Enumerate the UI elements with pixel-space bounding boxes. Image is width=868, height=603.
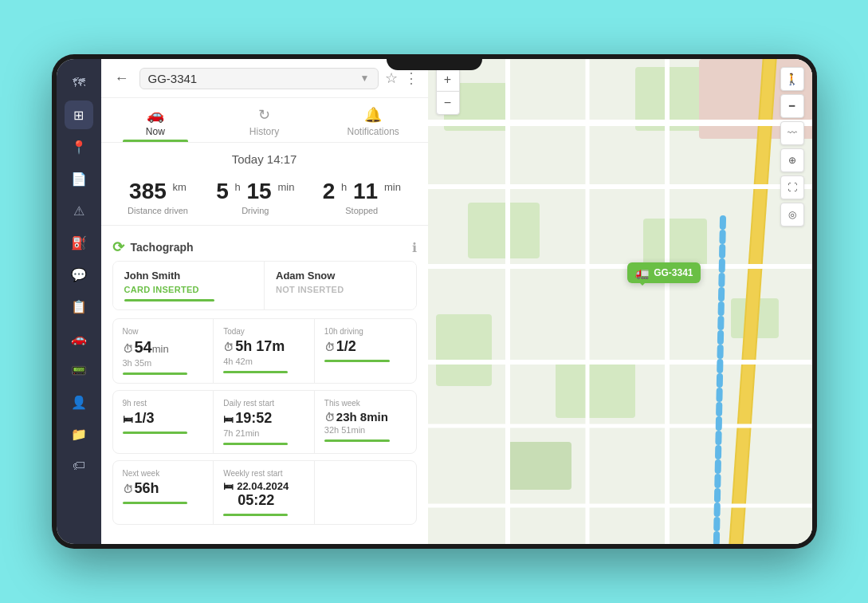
date-header: Today 14:17 — [101, 143, 428, 175]
weekly-rest-bed-icon: 🛏 — [223, 480, 234, 492]
week-sub: 32h 51min — [324, 425, 407, 435]
tacho-cell-this-week: This week ⏱ 23h 8min 32h 51min — [315, 391, 416, 453]
person-view-button[interactable]: 🚶 — [780, 67, 804, 91]
tacho-cell-today: Today ⏱ 5h 17m 4h 42m — [214, 319, 315, 383]
driver-1-status: CARD INSERTED — [124, 285, 253, 294]
vehicle-marker: 🚛 GG-3341 — [627, 262, 701, 283]
daily-rest-bed-icon: 🛏 — [223, 413, 234, 425]
device-notch — [387, 54, 482, 70]
now-icon: ⏱ — [123, 343, 133, 355]
zoom-out-button[interactable]: − — [436, 91, 460, 115]
vehicle-selector[interactable]: GG-3341 ▼ — [139, 68, 379, 89]
zoom-controls: + − — [436, 67, 460, 115]
fullscreen-button[interactable]: ⛶ — [780, 175, 804, 199]
tachograph-title: ⟳ Tachograph — [112, 238, 194, 256]
sidebar-item-devices[interactable]: 📟 — [65, 356, 93, 384]
tacho-cell-9h-rest: 9h rest 🛏 1/3 — [113, 391, 214, 453]
tab-now-label: Now — [146, 126, 165, 137]
bed-icon: 🛏 — [123, 413, 133, 425]
tachograph-header: ⟳ Tachograph ℹ — [112, 234, 417, 261]
sidebar-item-fuel[interactable]: ⛽ — [65, 228, 93, 257]
driver-2-status: Not inserted — [276, 285, 405, 294]
back-button[interactable]: ← — [111, 67, 133, 89]
sidebar-item-users[interactable]: 👤 — [65, 388, 93, 416]
tacho-cell-next-week: Next week ⏱ 56h — [113, 461, 214, 524]
panel-content: Today 14:17 385 km Distance driven 5 h 1… — [101, 143, 428, 544]
vehicle-marker-label: GG-3341 — [654, 267, 693, 278]
sidebar-item-map[interactable]: 🗺 — [65, 69, 93, 97]
next-week-bar — [123, 502, 187, 504]
route-button[interactable]: 〰 — [780, 121, 804, 145]
tacho-cell-daily-rest: Daily rest start 🛏 19:52 7h 21min — [214, 391, 315, 453]
tacho-data-grid-1: Now ⏱ 54min 3h 35m Today — [112, 318, 417, 384]
tab-notifications-label: Notifications — [347, 126, 399, 137]
sidebar: 🗺 ⊞ 📍 📄 ⚠ ⛽ 💬 📋 🚗 📟 👤 📁 🏷 — [57, 59, 101, 544]
info-icon[interactable]: ℹ — [412, 240, 417, 255]
daily-rest-bar — [223, 443, 288, 445]
sidebar-item-dashboard[interactable]: ⊞ — [65, 100, 93, 129]
now-sub: 3h 35m — [123, 358, 204, 368]
sidebar-item-vehicles[interactable]: 🚗 — [65, 324, 93, 353]
history-icon: ↻ — [258, 106, 270, 124]
sidebar-item-documents[interactable]: 📁 — [65, 420, 93, 448]
tacho-cell-now: Now ⏱ 54min 3h 35m — [113, 319, 214, 383]
tacho-data-grid-3: Next week ⏱ 56h Weekly rest start — [112, 460, 417, 525]
today-icon: ⏱ — [223, 341, 234, 353]
weekly-rest-time: 05:22 — [223, 492, 274, 509]
tacho-data-grid-2: 9h rest 🛏 1/3 Daily rest start 🛏 — [112, 390, 417, 454]
tab-now[interactable]: 🚗 Now — [101, 98, 210, 142]
today-bar — [223, 371, 288, 373]
tacho-cell-weekly-rest: Weekly rest start 🛏 22.04.2024 05:22 — [214, 461, 315, 524]
sidebar-item-tags[interactable]: 🏷 — [65, 451, 93, 480]
sidebar-item-alerts[interactable]: ⚠ — [65, 196, 93, 225]
map-controls: + − — [436, 67, 460, 115]
locate-button[interactable]: ◎ — [780, 203, 804, 227]
rest-bar — [123, 432, 187, 434]
device-screen: 🗺 ⊞ 📍 📄 ⚠ ⛽ 💬 📋 🚗 📟 👤 📁 🏷 ← GG-3341 ▼ — [57, 59, 812, 544]
stat-stopped-label: Stopped — [323, 206, 401, 215]
week-icon: ⏱ — [324, 412, 335, 424]
zoom-in-button[interactable]: + — [436, 67, 460, 91]
more-options-icon[interactable]: ⋮ — [404, 69, 418, 87]
10h-value: 1/2 — [336, 338, 356, 355]
svg-rect-5 — [436, 314, 492, 386]
tab-history[interactable]: ↻ History — [210, 98, 319, 142]
vehicle-id-label: GG-3341 — [148, 72, 198, 85]
map-area: 🚛 GG-3341 + − 🚶 ━ 〰 ⊕ ⛶ ◎ — [428, 59, 812, 544]
stat-stopped: 2 h 11 min Stopped — [323, 179, 401, 215]
map-background: 🚛 GG-3341 + − 🚶 ━ 〰 ⊕ ⛶ ◎ — [428, 59, 812, 544]
ruler-button[interactable]: ━ — [780, 94, 804, 118]
stat-driving-value: 5 h 15 min — [216, 179, 294, 204]
sidebar-item-reports[interactable]: 📄 — [65, 164, 93, 193]
favorite-icon[interactable]: ☆ — [385, 69, 398, 87]
driver-card-2: Adam Snow Not inserted — [265, 262, 416, 309]
sidebar-item-messages[interactable]: 💬 — [65, 260, 93, 289]
tab-history-label: History — [249, 126, 279, 137]
stat-distance-unit: km — [173, 181, 187, 193]
daily-rest-sub: 7h 21min — [223, 428, 304, 438]
stat-stopped-value: 2 h 11 min — [323, 179, 401, 204]
header-actions: ☆ ⋮ — [385, 69, 418, 87]
stat-driving-label: Driving — [216, 206, 294, 215]
rest-value: 1/3 — [135, 410, 155, 427]
today-sub: 4h 42m — [223, 357, 304, 366]
stat-distance-label: Distance driven — [128, 206, 188, 215]
stats-row: 385 km Distance driven 5 h 15 min Drivin… — [101, 175, 428, 226]
svg-rect-2 — [468, 203, 540, 258]
driver-cards: John Smith CARD INSERTED Adam Snow Not i… — [112, 261, 417, 310]
svg-rect-3 — [643, 219, 707, 266]
stat-distance: 385 km Distance driven — [128, 179, 188, 215]
today-value: 5h 17m — [235, 338, 285, 355]
driver-card-1: John Smith CARD INSERTED — [113, 262, 265, 309]
driver-2-name: Adam Snow — [276, 270, 405, 282]
cluster-button[interactable]: ⊕ — [780, 148, 804, 172]
device: 🗺 ⊞ 📍 📄 ⚠ ⛽ 💬 📋 🚗 📟 👤 📁 🏷 ← GG-3341 ▼ — [52, 54, 817, 549]
driver-1-bar — [124, 299, 214, 302]
tab-notifications[interactable]: 🔔 Notifications — [319, 98, 428, 142]
tacho-cell-10h: 10h driving ⏱ 1/2 — [315, 319, 416, 383]
10h-bar — [324, 360, 390, 362]
truck-icon: 🚛 — [635, 266, 649, 279]
sidebar-item-location[interactable]: 📍 — [65, 132, 93, 161]
sidebar-item-orders[interactable]: 📋 — [65, 292, 93, 321]
bell-icon: 🔔 — [364, 106, 382, 124]
